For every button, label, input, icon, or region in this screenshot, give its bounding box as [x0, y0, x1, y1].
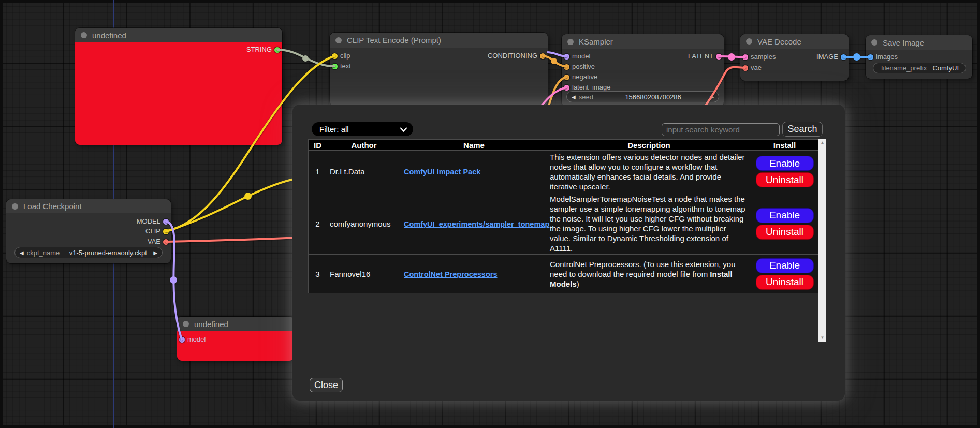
- node-undefined-top[interactable]: undefined STRING: [75, 28, 282, 145]
- filename-prefix-widget[interactable]: filename_prefix ComfyUI: [873, 63, 966, 73]
- output-slot-string[interactable]: STRING: [246, 45, 282, 55]
- latent-image-input-dot[interactable]: [564, 85, 569, 91]
- increment-arrow-icon[interactable]: ▶: [153, 250, 157, 256]
- enable-button[interactable]: Enable: [756, 156, 814, 171]
- filter-select[interactable]: Filter: all: [312, 122, 413, 136]
- node-save-image[interactable]: Save Image images filename_prefix ComfyU…: [866, 35, 972, 79]
- extension-name-link[interactable]: ControlNet Preprocessors: [404, 270, 498, 278]
- node-clip-text-encode[interactable]: CLIP Text Encode (Prompt) clip text COND…: [330, 33, 548, 106]
- output-slot-model[interactable]: MODEL: [137, 216, 171, 227]
- error-node-body: [75, 42, 282, 145]
- text-input-dot[interactable]: [332, 64, 338, 69]
- table-row: 1Dr.Lt.DataComfyUI Impact PackThis exten…: [309, 151, 818, 193]
- uninstall-button[interactable]: Uninstall: [756, 172, 814, 187]
- node-header[interactable]: KSampler: [562, 34, 724, 49]
- table-row: 2comfyanonymousComfyUI_experiments/sampl…: [309, 193, 818, 255]
- string-output-dot[interactable]: [274, 47, 280, 53]
- collapse-dot-icon[interactable]: [183, 321, 189, 327]
- search-input[interactable]: [662, 123, 780, 136]
- input-slot-model[interactable]: model: [177, 334, 206, 345]
- node-header[interactable]: CLIP Text Encode (Prompt): [330, 33, 548, 48]
- node-header[interactable]: VAE Decode: [740, 34, 849, 49]
- collapse-dot-icon[interactable]: [81, 32, 87, 38]
- cell-name: ComfyUI Impact Pack: [401, 151, 547, 193]
- cell-description: ControlNet Preprocessors. (To use this e…: [547, 255, 751, 293]
- clip-input-dot[interactable]: [332, 53, 338, 59]
- close-button[interactable]: Close: [310, 378, 343, 392]
- input-slot-images[interactable]: images: [866, 52, 898, 62]
- extension-name-link[interactable]: ComfyUI_experiments/sampler_tonemap: [404, 220, 549, 228]
- node-load-checkpoint[interactable]: Load Checkpoint MODEL CLIP VAE ◀ ckpt_na…: [6, 199, 171, 263]
- collapse-dot-icon[interactable]: [871, 39, 877, 46]
- images-input-dot[interactable]: [868, 54, 873, 60]
- conditioning-output-dot[interactable]: [540, 53, 546, 59]
- vae-input-dot[interactable]: [742, 65, 748, 71]
- column-header-id: ID: [309, 140, 327, 151]
- input-slot-model[interactable]: model: [562, 51, 590, 62]
- comfyui-canvas[interactable]: undefined STRING CLIP Text Encode (Promp…: [0, 0, 980, 428]
- link-midpoint-dot[interactable]: [244, 193, 252, 200]
- clip-output-dot[interactable]: [163, 229, 169, 234]
- node-undefined-bottom[interactable]: undefined model: [177, 317, 294, 361]
- uninstall-button[interactable]: Uninstall: [756, 225, 814, 240]
- model-input-dot[interactable]: [564, 54, 569, 60]
- positive-input-dot[interactable]: [564, 64, 569, 70]
- collapse-dot-icon[interactable]: [746, 38, 752, 45]
- increment-arrow-icon[interactable]: ▶: [710, 94, 714, 100]
- search-button[interactable]: Search: [782, 122, 823, 137]
- scroll-up-icon[interactable]: ▲: [821, 139, 825, 146]
- input-slot-vae[interactable]: vae: [740, 63, 762, 73]
- input-slot-samples[interactable]: samples: [740, 52, 776, 62]
- node-title: KSampler: [579, 37, 613, 46]
- description-text: This extension offers various detector n…: [550, 153, 745, 191]
- seed-widget[interactable]: ◀ seed 156680208700286 ▶: [566, 91, 719, 102]
- table-scrollbar[interactable]: ▲ ▼: [818, 139, 826, 342]
- model-output-dot[interactable]: [163, 219, 169, 225]
- scroll-down-icon[interactable]: ▼: [821, 334, 825, 342]
- uninstall-button[interactable]: Uninstall: [756, 275, 814, 290]
- output-slot-latent[interactable]: LATENT: [688, 51, 724, 62]
- input-slot-negative[interactable]: negative: [562, 72, 597, 82]
- table-header-row: ID Author Name Description Install: [309, 140, 818, 151]
- ckpt-name-widget[interactable]: ◀ ckpt_name v1-5-pruned-emaonly.ckpt ▶: [14, 247, 163, 258]
- latent-output-dot[interactable]: [716, 54, 722, 60]
- decrement-arrow-icon[interactable]: ◀: [572, 94, 576, 100]
- output-slot-image[interactable]: IMAGE: [816, 52, 849, 62]
- cell-author: comfyanonymous: [327, 193, 401, 255]
- link-midpoint-dot[interactable]: [170, 276, 177, 284]
- output-slot-conditioning[interactable]: CONDITIONING: [488, 51, 548, 61]
- negative-input-dot[interactable]: [564, 75, 569, 80]
- node-header[interactable]: undefined: [75, 28, 282, 42]
- decrement-arrow-icon[interactable]: ◀: [20, 250, 24, 256]
- output-slot-vae[interactable]: VAE: [148, 237, 171, 247]
- cell-install: EnableUninstall: [751, 193, 818, 255]
- extension-name-link[interactable]: ComfyUI Impact Pack: [404, 168, 480, 176]
- link-midpoint-dot[interactable]: [728, 53, 735, 61]
- enable-button[interactable]: Enable: [756, 208, 814, 223]
- link-midpoint-dot[interactable]: [853, 53, 860, 61]
- vae-output-dot[interactable]: [163, 239, 169, 245]
- node-header[interactable]: Save Image: [866, 35, 972, 50]
- input-slot-text[interactable]: text: [330, 61, 351, 71]
- input-slot-clip[interactable]: clip: [330, 51, 350, 61]
- input-slot-positive[interactable]: positive: [562, 62, 595, 72]
- node-header[interactable]: undefined: [177, 317, 294, 331]
- enable-button[interactable]: Enable: [756, 258, 814, 273]
- collapse-dot-icon[interactable]: [567, 39, 574, 45]
- samples-input-dot[interactable]: [742, 54, 748, 60]
- collapse-dot-icon[interactable]: [335, 37, 342, 43]
- output-slot-clip[interactable]: CLIP: [145, 226, 171, 237]
- column-header-name: Name: [401, 140, 547, 151]
- link-midpoint-dot[interactable]: [551, 58, 557, 64]
- node-vae-decode[interactable]: VAE Decode samples vae IMAGE: [740, 34, 849, 81]
- node-title: undefined: [92, 31, 126, 40]
- model-input-dot[interactable]: [179, 337, 185, 343]
- node-header[interactable]: Load Checkpoint: [6, 199, 171, 213]
- link-midpoint-dot[interactable]: [302, 55, 309, 62]
- extension-table-body: 1Dr.Lt.DataComfyUI Impact PackThis exten…: [309, 151, 818, 293]
- manager-dialog: Filter: all Search ID Author Name Descri…: [292, 105, 845, 401]
- node-ksampler[interactable]: KSampler model positive negative latent_…: [562, 34, 724, 107]
- collapse-dot-icon[interactable]: [12, 203, 18, 210]
- image-output-dot[interactable]: [841, 54, 846, 60]
- node-title: Load Checkpoint: [23, 202, 82, 211]
